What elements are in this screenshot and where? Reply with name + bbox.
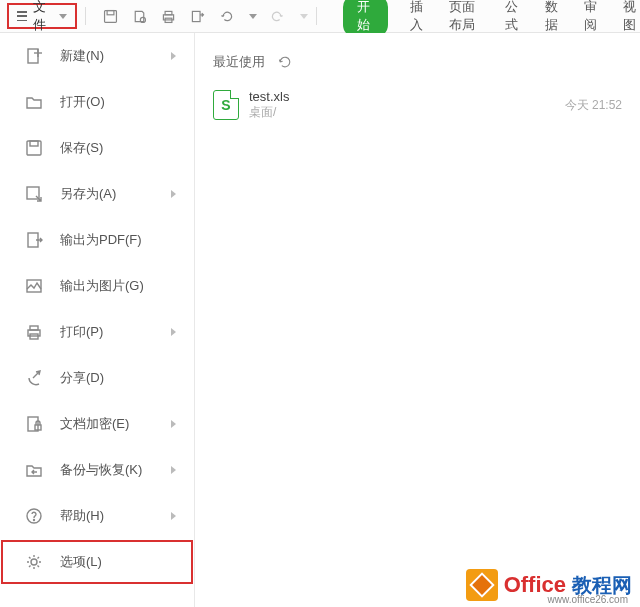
menu-label: 打印(P) <box>60 323 103 341</box>
svg-point-21 <box>34 520 35 521</box>
menu-label: 输出为PDF(F) <box>60 231 142 249</box>
divider <box>316 7 317 25</box>
menu-label: 另存为(A) <box>60 185 116 203</box>
chevron-right-icon <box>171 466 176 474</box>
chevron-right-icon <box>171 420 176 428</box>
chevron-right-icon <box>171 328 176 336</box>
svg-rect-11 <box>30 141 38 146</box>
recent-header-label: 最近使用 <box>213 53 265 71</box>
divider <box>85 7 86 25</box>
file-time: 今天 21:52 <box>565 97 622 114</box>
menu-help[interactable]: 帮助(H) <box>0 493 194 539</box>
file-menu-panel: 新建(N) 打开(O) 保存(S) 另存为(A) 输出为PDF(F) 输出为图片… <box>0 33 195 607</box>
menu-label: 文档加密(E) <box>60 415 129 433</box>
hamburger-icon <box>17 11 27 21</box>
menu-save[interactable]: 保存(S) <box>0 125 194 171</box>
recent-file-row[interactable]: S test.xls 桌面/ 今天 21:52 <box>213 89 622 121</box>
menu-export-pdf[interactable]: 输出为PDF(F) <box>0 217 194 263</box>
chevron-down-icon <box>59 14 67 19</box>
chevron-right-icon <box>171 190 176 198</box>
menu-share[interactable]: 分享(D) <box>0 355 194 401</box>
watermark-logo-icon <box>466 569 498 601</box>
tab-data[interactable]: 数据 <box>545 0 562 34</box>
file-label: 文件 <box>33 0 51 34</box>
chevron-right-icon <box>171 52 176 60</box>
svg-rect-0 <box>104 10 116 22</box>
svg-rect-7 <box>28 49 38 63</box>
menu-save-as[interactable]: 另存为(A) <box>0 171 194 217</box>
export-icon[interactable] <box>189 8 206 25</box>
menu-label: 输出为图片(G) <box>60 277 144 295</box>
chevron-right-icon <box>171 512 176 520</box>
refresh-icon[interactable] <box>277 54 293 70</box>
svg-point-22 <box>31 559 37 565</box>
print-preview-icon[interactable] <box>131 8 148 25</box>
redo-dropdown-icon[interactable] <box>300 14 308 19</box>
watermark-url: www.office26.com <box>548 594 628 605</box>
tab-formulas[interactable]: 公式 <box>505 0 522 34</box>
menu-label: 新建(N) <box>60 47 104 65</box>
redo-icon[interactable] <box>269 8 286 25</box>
file-path: 桌面/ <box>249 104 555 121</box>
save-icon[interactable] <box>102 8 119 25</box>
tab-page-layout[interactable]: 页面布局 <box>449 0 483 34</box>
tab-review[interactable]: 审阅 <box>584 0 601 34</box>
menu-options[interactable]: 选项(L) <box>0 539 194 585</box>
spreadsheet-file-icon: S <box>213 90 239 120</box>
menu-label: 备份与恢复(K) <box>60 461 142 479</box>
menu-label: 选项(L) <box>60 553 102 571</box>
svg-rect-4 <box>165 11 172 14</box>
menu-label: 保存(S) <box>60 139 103 157</box>
menu-label: 打开(O) <box>60 93 105 111</box>
undo-icon[interactable] <box>218 8 235 25</box>
svg-rect-16 <box>30 326 38 330</box>
file-name: test.xls <box>249 89 555 104</box>
tab-start[interactable]: 开始 <box>343 0 388 37</box>
file-menu-button[interactable]: 文件 <box>7 3 77 29</box>
menu-backup[interactable]: 备份与恢复(K) <box>0 447 194 493</box>
menu-export-image[interactable]: 输出为图片(G) <box>0 263 194 309</box>
recent-files-panel: 最近使用 S test.xls 桌面/ 今天 21:52 <box>195 33 640 607</box>
menu-new[interactable]: 新建(N) <box>0 33 194 79</box>
menu-label: 帮助(H) <box>60 507 104 525</box>
print-icon[interactable] <box>160 8 177 25</box>
menu-print[interactable]: 打印(P) <box>0 309 194 355</box>
tab-view[interactable]: 视图 <box>623 0 640 34</box>
svg-rect-1 <box>107 10 114 14</box>
tab-insert[interactable]: 插入 <box>410 0 427 34</box>
undo-dropdown-icon[interactable] <box>249 14 257 19</box>
menu-open[interactable]: 打开(O) <box>0 79 194 125</box>
svg-rect-6 <box>192 11 200 21</box>
svg-rect-10 <box>27 141 41 155</box>
menu-label: 分享(D) <box>60 369 104 387</box>
menu-encrypt[interactable]: 文档加密(E) <box>0 401 194 447</box>
